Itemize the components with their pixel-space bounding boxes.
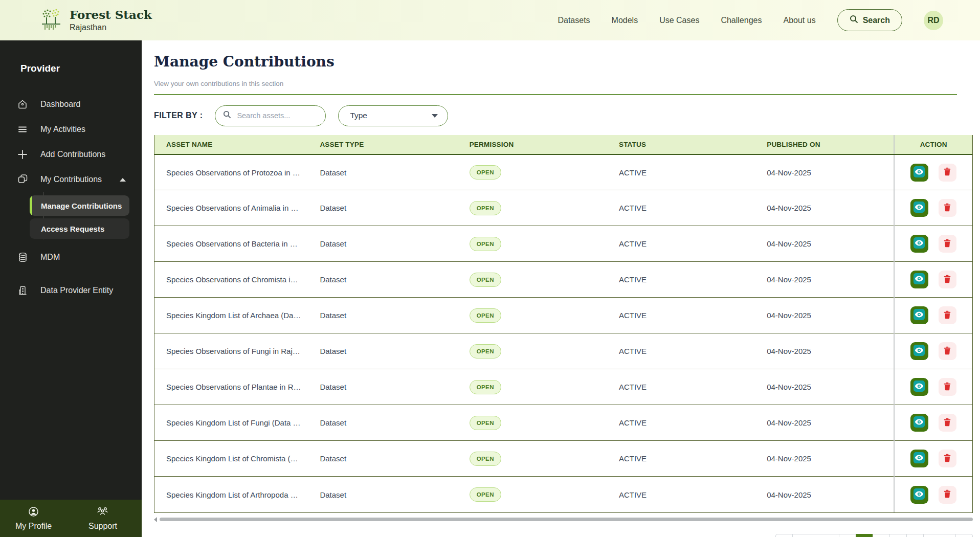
delete-button[interactable] — [939, 199, 956, 217]
cell-status: ACTIVE — [607, 190, 755, 226]
table-footer: Showing 11 to 20 of 74 entries «Previous… — [154, 534, 973, 537]
delete-button[interactable] — [939, 486, 956, 504]
pagination-last-button[interactable]: » — [955, 534, 973, 537]
cell-published-on: 04-Nov-2025 — [755, 262, 894, 298]
sidebar-subitem-manage-contributions[interactable]: Manage Contributions — [30, 195, 129, 216]
cell-asset-type: Dataset — [308, 226, 457, 262]
delete-button[interactable] — [939, 164, 956, 182]
sidebar-item-label: Dashboard — [40, 100, 80, 109]
scroll-left-arrow-icon[interactable] — [154, 517, 157, 522]
page-subtitle: View your own contributions in this sect… — [154, 80, 973, 87]
type-dropdown[interactable]: Type — [338, 105, 448, 126]
sidebar-item-dashboard[interactable]: Dashboard — [0, 92, 142, 117]
sidebar-subitem-label: Access Requests — [41, 225, 104, 233]
my-contributions-submenu: Manage Contributions Access Requests — [0, 192, 142, 244]
pagination-previous-button[interactable]: Previous — [792, 534, 839, 537]
view-button[interactable] — [910, 235, 928, 253]
sidebar-item-my-activities[interactable]: My Activities — [0, 117, 142, 142]
pagination-page-3[interactable]: 3 — [873, 534, 890, 537]
trash-icon — [943, 203, 952, 214]
column-header-asset-type: ASSET TYPE — [308, 135, 457, 154]
eye-icon — [914, 452, 925, 465]
type-dropdown-label: Type — [350, 111, 367, 120]
view-button[interactable] — [910, 199, 928, 217]
delete-button[interactable] — [939, 378, 956, 396]
filter-bar: FILTER BY : Type — [154, 105, 973, 126]
search-icon — [223, 110, 231, 121]
delete-button[interactable] — [939, 271, 956, 288]
cell-action — [894, 477, 972, 512]
delete-button[interactable] — [939, 235, 956, 253]
trash-icon — [943, 453, 952, 464]
active-accent-bar — [30, 195, 32, 216]
table-row: Species Kingdom List of Archaea (Da…Data… — [154, 298, 972, 333]
view-button[interactable] — [910, 271, 928, 288]
people-icon — [97, 506, 108, 519]
my-profile-button[interactable]: My Profile — [15, 506, 52, 531]
scrollbar-thumb[interactable] — [160, 518, 973, 521]
eye-icon — [914, 237, 925, 250]
eye-icon — [914, 166, 925, 179]
brand-region: Rajasthan — [70, 23, 152, 32]
cell-action — [894, 369, 972, 405]
nav-about-us[interactable]: About us — [783, 16, 815, 25]
table-header-row: ASSET NAMEASSET TYPEPERMISSIONSTATUSPUBL… — [154, 135, 972, 154]
nav-use-cases[interactable]: Use Cases — [659, 16, 699, 25]
sidebar-item-data-provider-entity[interactable]: Data Provider Entity — [0, 278, 142, 303]
pagination-first-button[interactable]: « — [775, 534, 793, 537]
sidebar-role-label: Provider — [20, 63, 142, 74]
pagination-page-5[interactable]: 5 — [906, 534, 924, 537]
showing-entries-text: Showing 11 to 20 of 74 entries — [154, 534, 257, 537]
plus-icon — [17, 149, 28, 160]
cell-asset-name: Species Observations of Chromista i… — [154, 262, 308, 298]
search-button[interactable]: Search — [837, 9, 902, 31]
pagination-page-1[interactable]: 1 — [839, 534, 856, 537]
view-button[interactable] — [910, 414, 928, 432]
sidebar-item-mdm[interactable]: MDM — [0, 244, 142, 270]
cell-action — [894, 226, 972, 262]
sidebar-item-my-contributions[interactable]: My Contributions — [0, 167, 142, 192]
brand-logo[interactable]: Forest Stack Rajasthan — [39, 7, 152, 34]
cell-published-on: 04-Nov-2025 — [755, 154, 894, 190]
cell-status: ACTIVE — [607, 226, 755, 262]
view-button[interactable] — [910, 306, 928, 324]
support-button[interactable]: Support — [88, 506, 117, 531]
support-label: Support — [88, 522, 117, 531]
pagination: «Previous12345Next» — [775, 534, 973, 537]
sidebar-item-label: MDM — [40, 253, 60, 262]
sidebar-item-add-contributions[interactable]: Add Contributions — [0, 142, 142, 167]
contributions-table: ASSET NAMEASSET TYPEPERMISSIONSTATUSPUBL… — [154, 135, 973, 513]
nav-models[interactable]: Models — [612, 16, 638, 25]
view-button[interactable] — [910, 378, 928, 396]
delete-button[interactable] — [939, 450, 956, 467]
sidebar-item-label: Data Provider Entity — [40, 286, 113, 295]
delete-button[interactable] — [939, 414, 956, 432]
view-button[interactable] — [910, 486, 928, 504]
asset-search-field[interactable] — [215, 105, 326, 126]
cell-published-on: 04-Nov-2025 — [755, 190, 894, 226]
avatar[interactable]: RD — [924, 11, 943, 30]
column-header-published-on: PUBLISHED ON — [755, 135, 894, 154]
table-row: Species Observations of Protozoa in …Dat… — [154, 154, 972, 190]
cell-permission: OPEN — [458, 441, 607, 477]
delete-button[interactable] — [939, 342, 956, 360]
view-button[interactable] — [910, 450, 928, 467]
horizontal-scrollbar[interactable] — [154, 517, 973, 522]
pagination-page-2[interactable]: 2 — [856, 534, 873, 537]
pagination-page-4[interactable]: 4 — [889, 534, 907, 537]
search-assets-input[interactable] — [236, 111, 318, 120]
nav-datasets[interactable]: Datasets — [558, 16, 590, 25]
database-icon — [17, 252, 28, 262]
cell-published-on: 04-Nov-2025 — [755, 298, 894, 333]
view-button[interactable] — [910, 164, 928, 182]
cell-action — [894, 262, 972, 298]
trash-icon — [943, 167, 952, 178]
delete-button[interactable] — [939, 306, 956, 324]
cell-published-on: 04-Nov-2025 — [755, 369, 894, 405]
chevron-up-icon — [119, 175, 126, 184]
nav-challenges[interactable]: Challenges — [721, 16, 762, 25]
sidebar-subitem-access-requests[interactable]: Access Requests — [30, 218, 129, 239]
view-button[interactable] — [910, 342, 928, 360]
pagination-next-button[interactable]: Next — [923, 534, 956, 537]
page-title: Manage Contributions — [154, 53, 973, 70]
